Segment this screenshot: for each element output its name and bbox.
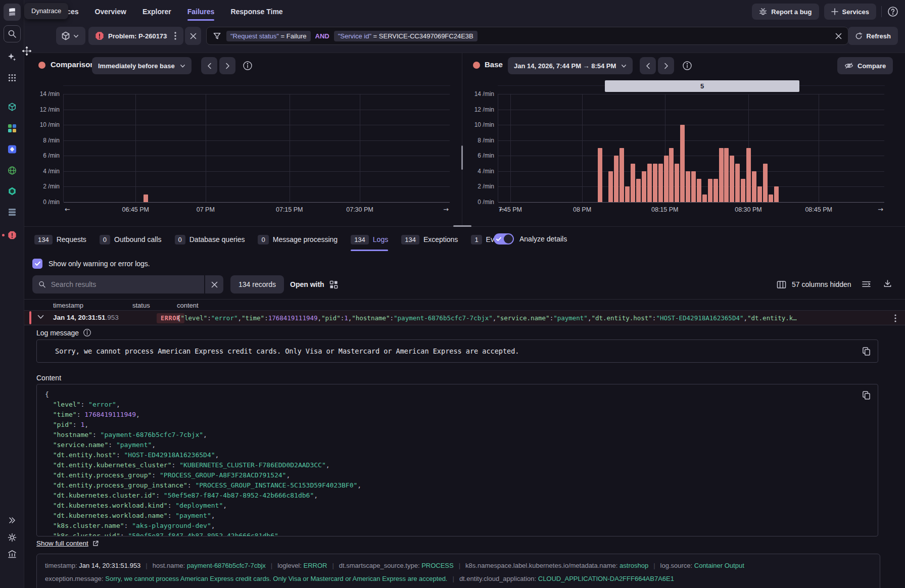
base-chart[interactable]: 0 /min2 /min4 /min6 /min8 /min10 /min12 … — [498, 94, 884, 202]
base-range-dropdown[interactable]: Jan 14, 2026, 7:44 PM → 8:54 PM — [508, 57, 633, 74]
copy-content-button[interactable] — [862, 390, 871, 400]
nav-tab-label: Explorer — [142, 8, 171, 16]
app-kubernetes-icon[interactable] — [8, 102, 17, 111]
search-field[interactable] — [32, 275, 204, 293]
content-box[interactable]: { "level": "error", "time": 176841911194… — [36, 384, 878, 536]
comparison-brush-track[interactable] — [63, 85, 450, 86]
info-icon[interactable] — [83, 328, 91, 337]
sparkle-icon[interactable] — [8, 53, 17, 62]
col-status[interactable]: status — [132, 302, 150, 309]
tab-requests[interactable]: 134Requests — [34, 230, 86, 249]
copy-message-button[interactable] — [862, 347, 871, 356]
analyze-toggle[interactable] — [494, 233, 514, 244]
section-divider-handle[interactable] — [453, 225, 471, 227]
scroll-left-arrow[interactable]: ← — [65, 206, 70, 213]
show-full-content-link[interactable]: Show full content — [36, 540, 99, 547]
problem-close-button[interactable] — [185, 27, 201, 45]
tab-logs[interactable]: 134Logs — [351, 230, 388, 249]
tab-exceptions[interactable]: 134Exceptions — [401, 230, 458, 249]
metadata-separator: | — [146, 562, 147, 569]
brush-count-label: 5 — [700, 82, 704, 90]
scroll-right-arrow[interactable]: → — [878, 206, 883, 213]
kebab-icon — [174, 32, 176, 40]
expand-sidebar-icon[interactable] — [8, 516, 17, 525]
chart-bar — [708, 179, 712, 202]
nav-tab-failures[interactable]: Failures — [187, 0, 215, 23]
open-with-button[interactable]: Open with — [290, 275, 338, 293]
row-expand-chevron-icon[interactable] — [37, 315, 44, 319]
tab-database-queries[interactable]: 0Database queries — [175, 230, 245, 249]
app-layers-icon[interactable] — [8, 208, 17, 217]
check-icon — [35, 261, 40, 266]
col-content[interactable]: content — [177, 302, 199, 309]
clear-filter-icon[interactable] — [835, 33, 842, 39]
comparison-range-dropdown[interactable]: Immediately before base — [92, 57, 192, 74]
metadata-separator: | — [271, 562, 272, 569]
nav-tab-explorer[interactable]: Explorer — [142, 0, 171, 23]
log-message-box: Sorry, we cannot process American Expres… — [36, 339, 878, 363]
tab-message-processing[interactable]: 0Message processing — [258, 230, 338, 249]
compare-label: Compare — [858, 62, 886, 70]
col-timestamp[interactable]: timestamp — [53, 302, 83, 309]
json-line: "dt.kubernetes.workload.kind": "deployme… — [45, 501, 870, 511]
metadata-key: k8s.namespace.label.kubernetes.io/metada… — [465, 562, 620, 569]
panel-divider[interactable] — [462, 53, 462, 226]
problem-menu-button[interactable] — [167, 27, 183, 45]
json-line: "service.name": "payment", — [45, 440, 870, 450]
refresh-button[interactable]: Refresh — [848, 27, 898, 45]
apps-grid-icon[interactable] — [8, 73, 17, 82]
app-teal-hex-icon[interactable] — [8, 186, 17, 195]
columns-hidden-button[interactable]: 57 columns hidden — [777, 275, 851, 293]
nav-tab-overview[interactable]: Overview — [95, 0, 126, 23]
warning-error-checkbox[interactable] — [32, 259, 42, 269]
comparison-chart[interactable]: 0 /min2 /min4 /min6 /min8 /min10 /min12 … — [63, 94, 450, 202]
y-axis-label: 14 /min — [465, 90, 494, 97]
comparison-prev-button[interactable] — [201, 57, 217, 74]
app-workloads-icon[interactable] — [8, 124, 17, 133]
org-building-icon[interactable] — [8, 550, 17, 559]
app-blue-icon[interactable] — [8, 144, 17, 154]
scroll-left-arrow[interactable]: ← — [499, 206, 505, 213]
search-input[interactable] — [51, 280, 198, 288]
base-prev-button[interactable] — [640, 57, 656, 74]
services-button[interactable]: Services — [824, 4, 877, 20]
row-density-icon[interactable] — [862, 279, 871, 288]
y-axis-label: 4 /min — [465, 168, 494, 175]
brush-selection[interactable]: 5 — [605, 80, 799, 92]
tab-outbound-calls[interactable]: 0Outbound calls — [100, 230, 162, 249]
comparison-info-icon[interactable] — [243, 61, 253, 71]
json-line: "k8s.cluster.name": "aks-playground-dev"… — [45, 521, 870, 531]
json-line: "hostname": "payment-6876b5cfc7-7cbjx", — [45, 430, 870, 440]
clear-search-button[interactable] — [205, 275, 223, 293]
search-icon[interactable] — [4, 25, 21, 42]
report-bug-button[interactable]: Report a bug — [752, 4, 819, 20]
scroll-right-arrow[interactable]: → — [443, 206, 449, 213]
x-axis-label: 08:30 PM — [735, 206, 762, 213]
compare-button[interactable]: Compare — [837, 57, 893, 74]
metadata-separator: | — [332, 562, 334, 569]
log-message-text: Sorry, we cannot process American Expres… — [55, 347, 519, 355]
base-next-button[interactable] — [658, 57, 674, 74]
comparison-next-button[interactable] — [219, 57, 235, 74]
chart-bar — [636, 179, 641, 202]
table-row[interactable]: Jan 14, 20:31:51.953 ERROR {"level":"err… — [24, 310, 905, 325]
row-menu-icon[interactable] — [894, 314, 896, 322]
chart-bar — [713, 179, 718, 202]
comparison-range-label: Immediately before base — [98, 62, 175, 70]
log-message-header: Log message — [36, 328, 91, 337]
cube-icon — [61, 31, 70, 40]
base-info-icon[interactable] — [682, 61, 692, 71]
scope-selector-button[interactable] — [56, 27, 85, 45]
settings-gear-icon[interactable] — [8, 533, 17, 542]
help-icon[interactable] — [887, 6, 899, 18]
filter-bar[interactable]: "Request status" = FailureAND"Service id… — [206, 27, 848, 45]
app-globe-icon[interactable] — [8, 166, 17, 175]
filter-chip[interactable]: "Request status" = Failure — [226, 31, 311, 41]
search-icon — [38, 280, 46, 288]
panel-divider-handle[interactable] — [461, 145, 463, 170]
filter-chip[interactable]: "Service id" = SERVICE-CC3497069FC24E3B — [334, 31, 478, 41]
problem-app-icon[interactable] — [8, 230, 17, 239]
nav-tab-response-time[interactable]: Response Time — [230, 0, 282, 23]
dynatrace-logo[interactable] — [4, 4, 21, 21]
download-icon[interactable] — [883, 279, 892, 288]
